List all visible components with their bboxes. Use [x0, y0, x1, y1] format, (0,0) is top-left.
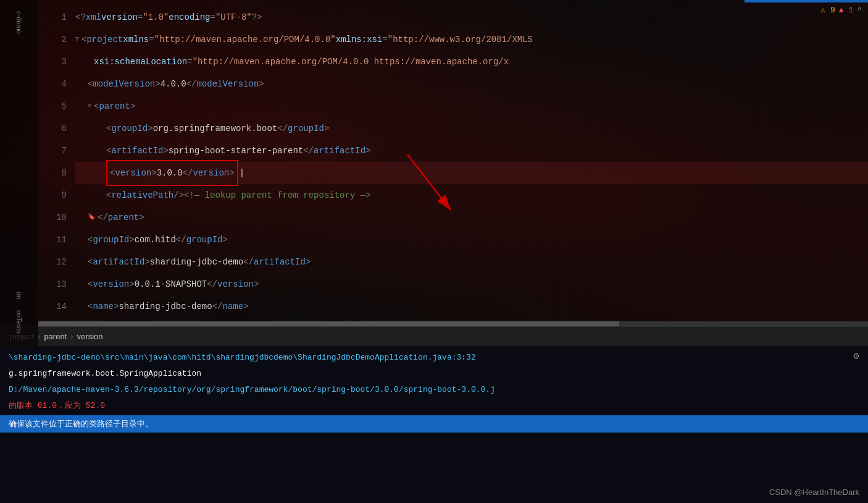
code-line-9: <relativePath/> <!— lookup parent from r… — [75, 184, 868, 206]
error-badge: ▲ 1 — [839, 6, 853, 15]
code-line-2: ▽<project xmlns="http://maven.apache.org… — [75, 28, 868, 51]
line-num-7: 7 — [38, 140, 67, 162]
code-line-14: <name>sharding-jdbc-demo</name> — [75, 295, 868, 318]
code-line-4: <modelVersion>4.0.0</modelVersion> — [75, 73, 868, 95]
terminal-error-4: 的版本 61.0，应为 52.0 — [9, 401, 105, 410]
sidebar-bottom-label2: onTests — [15, 310, 23, 334]
terminal-error-line: 确保该文件位于正确的类路径子目录中。 — [0, 415, 868, 433]
terminal-error-text: 确保该文件位于正确的类路径子目录中。 — [9, 418, 153, 429]
line-num-11: 11 — [38, 229, 67, 251]
line-num-14: 14 — [38, 295, 67, 318]
sidebar-top-label: c-demo — [15, 11, 23, 34]
top-scrollbar[interactable] — [745, 0, 868, 2]
code-line-5: ▽<parent> — [75, 95, 868, 117]
breadcrumb-sep-2: › — [70, 332, 73, 341]
terminal-text-2: g.springframework.boot.SpringApplication — [9, 369, 201, 378]
line-num-8: 8 — [38, 162, 67, 184]
terminal-gear-icon[interactable]: ⚙ — [853, 350, 859, 362]
terminal-line-3: D:/Maven/apache-maven-3.6.3/repository/o… — [0, 382, 868, 398]
watermark: CSDN @HeartInTheDark — [769, 488, 859, 497]
terminal-path-3: D:/Maven/apache-maven-3.6.3/repository/o… — [9, 385, 495, 394]
sidebar-bottom-label1: on — [15, 292, 23, 299]
breadcrumb-bar: project › parent › version — [0, 326, 868, 346]
fold-icon-5: ▽ — [88, 95, 91, 117]
line-num-12: 12 — [38, 251, 67, 273]
code-line-11: <groupId>com.hitd</groupId> — [75, 229, 868, 251]
terminal-path-1: \sharding-jdbc-demo\src\main\java\com\hi… — [9, 353, 476, 362]
fold-icon-2: ▽ — [75, 28, 79, 51]
code-area: 1 2 3 4 5 6 7 8 9 10 11 12 13 14 15 <?xm… — [38, 4, 868, 346]
breadcrumb-parent[interactable]: parent — [44, 332, 67, 341]
code-line-7: <artifactId>spring-boot-starter-parent</… — [75, 140, 868, 162]
code-lines: <?xml version="1.0" encoding="UTF-8"?> ▽… — [75, 4, 868, 346]
breadcrumb-version[interactable]: version — [77, 332, 103, 341]
version-highlight-box: <version>3.0.0</version> — [106, 160, 238, 186]
scrollbar-thumb[interactable] — [38, 321, 619, 326]
line-num-2: 2 — [38, 28, 67, 51]
line-num-9: 9 — [38, 184, 67, 206]
code-line-6: <groupId>org.springframework.boot</group… — [75, 117, 868, 140]
line-num-13: 13 — [38, 273, 67, 295]
bookmark-icon: 🔖 — [88, 206, 95, 229]
line-num-4: 4 — [38, 73, 67, 95]
editor-container: ⚠ 9 ▲ 1 ^ c-demo on onTests 1 2 3 4 5 6 … — [0, 0, 868, 346]
line-num-1: 1 — [38, 6, 67, 28]
terminal-area: ⚙ \sharding-jdbc-demo\src\main\java\com\… — [0, 346, 868, 503]
warning-badge: ⚠ 9 — [820, 5, 835, 15]
terminal-line-2: g.springframework.boot.SpringApplication — [0, 366, 868, 382]
code-line-10: 🔖</parent> — [75, 206, 868, 229]
line-num-6: 6 — [38, 117, 67, 140]
terminal-line-4: 的版本 61.0，应为 52.0 — [0, 398, 868, 414]
expand-icon: ^ — [857, 6, 862, 15]
warning-error-indicator: ⚠ 9 ▲ 1 ^ — [820, 5, 862, 15]
code-line-12: <artifactId>sharding-jdbc-demo</artifact… — [75, 251, 868, 273]
left-sidebar: c-demo on onTests — [0, 0, 38, 346]
code-line-13: <version>0.0.1-SNAPSHOT</version> — [75, 273, 868, 295]
code-line-1: <?xml version="1.0" encoding="UTF-8"?> — [75, 6, 868, 28]
terminal-line-1: \sharding-jdbc-demo\src\main\java\com\hi… — [0, 346, 868, 366]
line-num-3: 3 — [38, 51, 67, 73]
horizontal-scrollbar[interactable] — [38, 321, 868, 326]
code-line-8: <version>3.0.0</version> | — [75, 162, 868, 184]
line-num-5: 5 — [38, 95, 67, 117]
code-line-3: xsi:schemaLocation="http://maven.apache.… — [75, 51, 868, 73]
line-num-10: 10 — [38, 206, 67, 229]
line-numbers: 1 2 3 4 5 6 7 8 9 10 11 12 13 14 15 — [38, 4, 75, 346]
